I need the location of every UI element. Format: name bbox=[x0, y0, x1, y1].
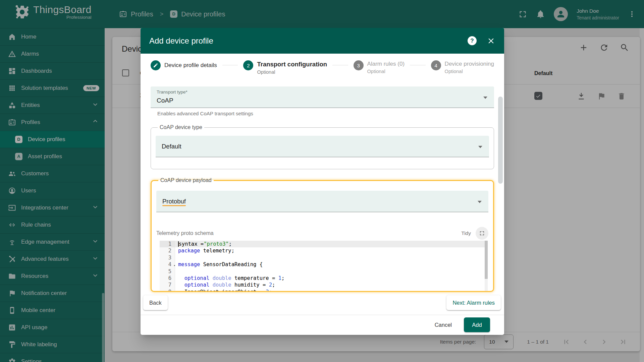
telemetry-schema-label: Telemetry proto schema bbox=[156, 230, 214, 236]
step-number: 4 bbox=[434, 63, 437, 68]
dialog-title: Add device profile bbox=[149, 36, 213, 46]
step-optional-label: Optional bbox=[445, 69, 494, 74]
step-connector bbox=[332, 65, 348, 65]
step-optional-label: Optional bbox=[257, 69, 327, 75]
step-label: Alarm rules (0) bbox=[367, 60, 405, 68]
code-text: optional double temperature = 1; bbox=[175, 275, 488, 282]
tidy-button[interactable]: Tidy bbox=[461, 230, 471, 236]
transport-type-hint: Enables advanced CoAP transport settings bbox=[157, 111, 494, 116]
editor-scrollbar-track[interactable] bbox=[485, 241, 488, 292]
caret-down-icon bbox=[478, 146, 482, 150]
line-number: 2 bbox=[160, 247, 175, 254]
stepper-nav: Back Next: Alarm rules bbox=[143, 295, 501, 310]
dialog-header: Add device profile ? bbox=[141, 28, 504, 54]
telemetry-schema-toolbar: Telemetry proto schema Tidy bbox=[156, 227, 488, 240]
line-number: 3 bbox=[160, 254, 175, 261]
step-optional-label: Optional bbox=[367, 69, 405, 74]
step-label: Device provisioning bbox=[445, 60, 494, 68]
code-line-1[interactable]: 1 syntax ="proto3"; bbox=[160, 241, 488, 247]
line-number: 6 bbox=[160, 275, 175, 282]
step-circle bbox=[151, 60, 161, 70]
caret-down-icon bbox=[478, 201, 482, 205]
step-connector bbox=[410, 65, 426, 65]
step-circle: 4 bbox=[431, 60, 441, 70]
expand-icon bbox=[479, 230, 485, 236]
thingsboard-app: ThingsBoard Professional Profiles>DDevic… bbox=[0, 0, 644, 362]
step-device-profile-details[interactable]: Device profile details bbox=[151, 60, 217, 70]
line-number: 1 bbox=[160, 241, 175, 247]
transport-type-label: Transport type* bbox=[157, 89, 187, 95]
step-label: Transport configuration bbox=[257, 60, 327, 68]
step-label: Device profile details bbox=[164, 60, 217, 70]
coap-device-type-group: CoAP device type Default bbox=[151, 124, 494, 169]
code-line-6[interactable]: 6 optional double temperature = 1; bbox=[160, 275, 488, 282]
code-text: InnerObject innerObject = 3; bbox=[175, 289, 488, 292]
code-line-2[interactable]: 2 package telemetry; bbox=[160, 247, 488, 254]
code-text: message SensorDataReading { bbox=[175, 261, 488, 268]
editor-scrollbar-thumb[interactable] bbox=[485, 241, 488, 279]
dialog-body: Device profile details 2 Transport confi… bbox=[141, 60, 504, 335]
step-number: 2 bbox=[247, 63, 250, 68]
line-number: 5 bbox=[160, 268, 175, 275]
dialog-footer: Cancel Add bbox=[151, 315, 494, 335]
coap-device-type-value: Default bbox=[162, 143, 181, 150]
line-number: 8 bbox=[160, 289, 175, 292]
coap-device-type-legend: CoAP device type bbox=[158, 124, 204, 130]
next-alarm-rules-button[interactable]: Next: Alarm rules bbox=[446, 295, 501, 310]
coap-device-payload-legend: CoAP device payload bbox=[158, 177, 214, 183]
step-circle: 3 bbox=[354, 60, 364, 70]
add-button[interactable]: Add bbox=[464, 317, 490, 332]
code-text bbox=[175, 268, 488, 275]
code-line-3[interactable]: 3 bbox=[160, 254, 488, 261]
code-text bbox=[175, 254, 488, 261]
line-number: 4▾ bbox=[160, 261, 175, 268]
help-icon[interactable]: ? bbox=[468, 36, 477, 45]
line-number: 7 bbox=[160, 282, 175, 288]
proto-schema-editor[interactable]: 1 syntax ="proto3"; 2 package telemetry;… bbox=[160, 241, 488, 292]
expand-editor-button[interactable] bbox=[476, 227, 488, 240]
coap-device-payload-select[interactable]: Protobuf bbox=[156, 191, 488, 212]
coap-device-payload-value: Protobuf bbox=[162, 198, 186, 206]
stepper: Device profile details 2 Transport confi… bbox=[151, 60, 494, 80]
code-line-8[interactable]: 8 InnerObject innerObject = 3; bbox=[160, 289, 488, 292]
coap-device-type-select[interactable]: Default bbox=[156, 136, 489, 157]
step-number: 3 bbox=[357, 63, 360, 68]
dialog-scrollbar-thumb[interactable] bbox=[498, 97, 503, 184]
back-button[interactable]: Back bbox=[143, 295, 168, 310]
code-text: syntax ="proto3"; bbox=[175, 241, 488, 247]
transport-type-select[interactable]: Transport type* CoAP bbox=[151, 86, 494, 108]
code-line-4[interactable]: 4▾ message SensorDataReading { bbox=[160, 261, 488, 268]
step-connector bbox=[222, 65, 238, 65]
pencil-icon bbox=[153, 63, 158, 68]
code-line-7[interactable]: 7 optional double humidity = 2; bbox=[160, 282, 488, 288]
close-icon[interactable] bbox=[487, 37, 495, 45]
add-device-profile-dialog: Add device profile ? Device profile deta… bbox=[141, 28, 504, 335]
step-circle: 2 bbox=[243, 60, 253, 70]
cancel-button[interactable]: Cancel bbox=[431, 322, 456, 328]
coap-device-payload-group: CoAP device payload Protobuf Telemetry p… bbox=[151, 177, 494, 292]
code-line-5[interactable]: 5 bbox=[160, 268, 488, 275]
code-text: optional double humidity = 2; bbox=[175, 282, 488, 288]
transport-type-value: CoAP bbox=[157, 97, 173, 104]
caret-down-icon bbox=[483, 97, 487, 101]
step-alarm-rules-0[interactable]: 3 Alarm rules (0)Optional bbox=[354, 60, 405, 74]
code-text: package telemetry; bbox=[175, 247, 488, 254]
step-device-provisioning[interactable]: 4 Device provisioningOptional bbox=[431, 60, 494, 74]
step-transport-configuration[interactable]: 2 Transport configurationOptional bbox=[243, 60, 327, 75]
